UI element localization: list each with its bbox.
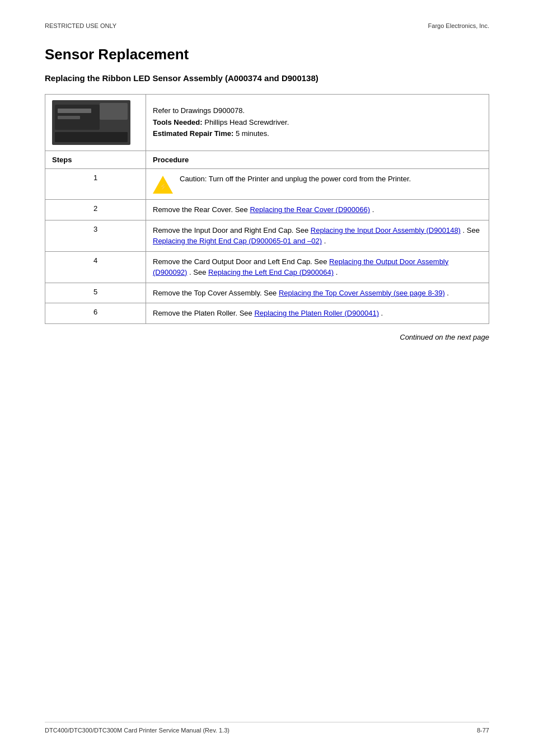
step3-link1[interactable]: Replacing the Input Door Assembly (D9001… [311,226,461,234]
footer-left: DTC400/DTC300/DTC300M Card Printer Servi… [45,727,229,734]
step2-link[interactable]: Replacing the Rear Cover (D900066) [250,205,370,214]
step-number-3: 3 [45,220,146,251]
step2-after: . [372,205,374,214]
repair-line: Estimated Repair Time: 5 minutes. [153,128,482,140]
table-row: 1 ⚡ Caution: Turn off the Printer and un… [45,169,489,200]
info-row: Refer to Drawings D900078. Tools Needed:… [45,95,489,151]
step-number-4: 4 [45,251,146,283]
step4-mid: . See [189,268,208,276]
step-number-2: 2 [45,200,146,220]
step5-after: . [447,289,449,297]
tools-label: Tools Needed: [153,118,203,126]
step-content-3: Remove the Input Door and Right End Cap.… [146,220,489,251]
refer-text: Refer to Drawings D900078. [153,105,482,117]
step4-link2[interactable]: Replacing the Left End Cap (D900064) [208,268,334,276]
table-row: 5 Remove the Top Cover Assembly. See Rep… [45,283,489,303]
step5-text1: Remove the Top Cover Assembly. See [153,289,279,297]
info-text-cell: Refer to Drawings D900078. Tools Needed:… [146,95,489,151]
col-header-steps: Steps [45,151,146,169]
step5-link[interactable]: Replacing the Top Cover Assembly (see pa… [279,289,445,297]
continued-text: Continued on the next page [45,333,489,341]
step-content-2: Remove the Rear Cover. See Replacing the… [146,200,489,220]
info-image-cell [45,95,146,151]
page-title: Sensor Replacement [45,46,489,63]
step4-text1: Remove the Card Output Door and Left End… [153,257,329,266]
repair-value: 5 minutes. [236,129,269,138]
table-row: 2 Remove the Rear Cover. See Replacing t… [45,200,489,220]
step-number-6: 6 [45,303,146,324]
step4-after: . [336,268,338,276]
header-right: Fargo Electronics, Inc. [428,22,489,29]
tools-line: Tools Needed: Phillips Head Screwdriver. [153,117,482,129]
caution-icon: ⚡ [153,173,174,195]
step3-text1: Remove the Input Door and Right End Cap.… [153,226,311,234]
main-table: Refer to Drawings D900078. Tools Needed:… [45,94,489,324]
repair-label: Estimated Repair Time: [153,129,233,138]
col-header-procedure: Procedure [146,151,489,169]
caution-body: Turn off the Printer and unplug the powe… [209,175,411,183]
table-row: 4 Remove the Card Output Door and Left E… [45,251,489,283]
footer-right: 8-77 [477,727,489,734]
step-content-4: Remove the Card Output Door and Left End… [146,251,489,283]
step3-after: . [324,237,326,245]
caution-text: Caution: Turn off the Printer and unplug… [180,173,411,185]
step6-link[interactable]: Replacing the Platen Roller (D900041) [254,309,379,317]
step3-link2[interactable]: Replacing the Right End Cap (D900065-01 … [153,237,322,245]
table-header-row: Steps Procedure [45,151,489,169]
footer-bar: DTC400/DTC300/DTC300M Card Printer Servi… [45,722,489,734]
step6-after: . [381,309,383,317]
tools-value: Phillips Head Screwdriver. [204,118,289,126]
table-row: 3 Remove the Input Door and Right End Ca… [45,220,489,251]
step-number-1: 1 [45,169,146,200]
step3-mid: . See [463,226,480,234]
page: RESTRICTED USE ONLY Fargo Electronics, I… [0,0,534,756]
caution-label: Caution: [180,175,207,183]
caution-row: ⚡ Caution: Turn off the Printer and unpl… [153,173,482,195]
header-bar: RESTRICTED USE ONLY Fargo Electronics, I… [45,22,489,29]
step-content-5: Remove the Top Cover Assembly. See Repla… [146,283,489,303]
step-number-5: 5 [45,283,146,303]
header-left: RESTRICTED USE ONLY [45,22,116,29]
step-content-1: ⚡ Caution: Turn off the Printer and unpl… [146,169,489,200]
step2-text: Remove the Rear Cover. See [153,205,250,214]
table-row: 6 Remove the Platen Roller. See Replacin… [45,303,489,324]
step6-text1: Remove the Platen Roller. See [153,309,254,317]
section-heading: Replacing the Ribbon LED Sensor Assembly… [45,72,489,84]
step-content-6: Remove the Platen Roller. See Replacing … [146,303,489,324]
